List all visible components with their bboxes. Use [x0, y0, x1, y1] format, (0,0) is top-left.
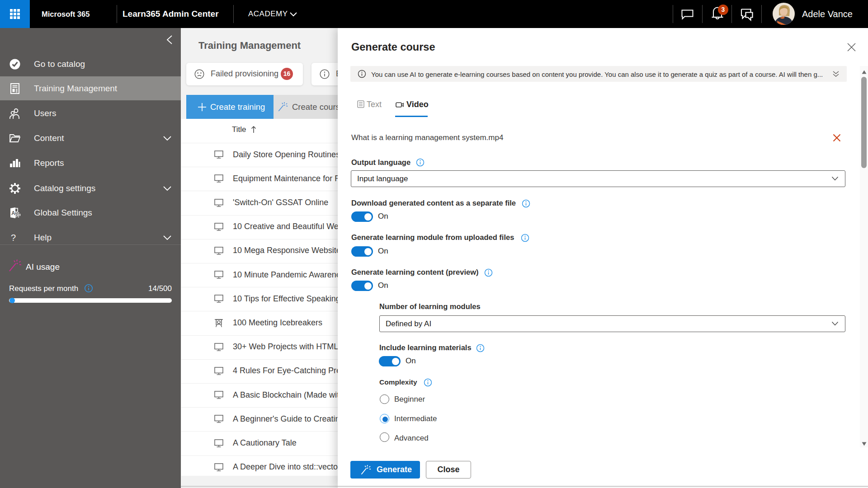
svg-text:A: A — [11, 210, 15, 216]
